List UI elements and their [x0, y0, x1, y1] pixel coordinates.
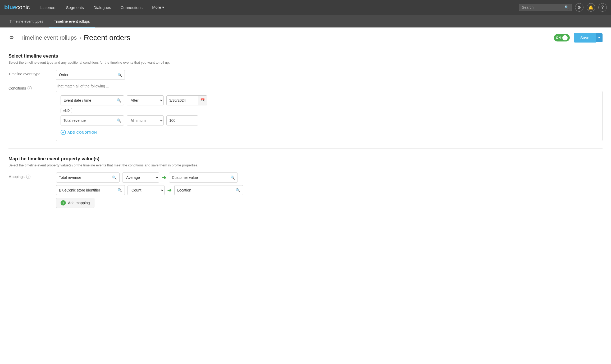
- mapping2-operator-select[interactable]: Average Sum Minimum Maximum Count First …: [127, 185, 165, 195]
- and-divider: AND: [61, 108, 598, 113]
- add-condition-plus-icon: +: [61, 130, 66, 135]
- event-type-input-wrapper: 🔍: [56, 70, 125, 80]
- condition1-field-wrapper: 🔍: [61, 95, 124, 105]
- mapping1-target-wrapper: 🔍: [169, 172, 238, 183]
- mapping1-source-search-icon: 🔍: [112, 175, 117, 180]
- search-box[interactable]: 🔍: [519, 4, 572, 11]
- mapping2-arrow-icon: ➜: [167, 187, 172, 193]
- tab-timeline-event-types[interactable]: Timeline event types: [4, 16, 49, 27]
- condition1-field-input[interactable]: [63, 98, 117, 102]
- save-dropdown-button[interactable]: ▾: [596, 33, 603, 42]
- logo-conic: conic: [16, 4, 30, 11]
- logo-blue: blue: [4, 4, 16, 11]
- event-type-row: Timeline event type 🔍: [8, 70, 603, 80]
- nav-segments[interactable]: Segments: [62, 3, 88, 12]
- section2-title: Map the timeline event property value(s): [8, 156, 603, 162]
- section-separator: [8, 148, 603, 149]
- add-mapping-label: Add mapping: [68, 201, 90, 205]
- mappings-content: 🔍 Average Sum Minimum Maximum Count Firs…: [56, 172, 603, 208]
- nav-actions: 🔍 ⚙ 🔔 ?: [519, 3, 607, 12]
- condition2-search-icon: 🔍: [117, 118, 121, 123]
- page-header: ⚭ Timeline event rollups › Recent orders…: [0, 27, 611, 47]
- add-mapping-plus-icon: +: [61, 200, 66, 206]
- mapping2-target-wrapper: 🔍: [174, 185, 243, 195]
- conditions-container: 🔍 After Before On Between 📅: [56, 91, 603, 141]
- add-mapping-button[interactable]: + Add mapping: [56, 198, 94, 208]
- help-icon[interactable]: ?: [598, 3, 607, 12]
- mapping1-source-wrapper: 🔍: [56, 172, 120, 183]
- mapping1-source-input[interactable]: [59, 175, 112, 180]
- mappings-row: Mappings i 🔍 Average Sum Minimum Maximum: [8, 172, 603, 208]
- active-toggle[interactable]: ON: [554, 34, 570, 41]
- section1-description: Select the timeline event type and any a…: [8, 60, 603, 64]
- search-input[interactable]: [522, 5, 562, 10]
- breadcrumb: ⚭ Timeline event rollups › Recent orders: [8, 33, 554, 42]
- mapping2-source-input[interactable]: [59, 188, 117, 192]
- logo[interactable]: blueconic: [4, 4, 30, 11]
- event-type-content: 🔍: [56, 70, 603, 80]
- condition1-calendar-icon[interactable]: 📅: [198, 95, 207, 105]
- nav-listeners[interactable]: Listeners: [36, 3, 61, 12]
- mapping2-source-search-icon: 🔍: [117, 188, 122, 192]
- condition1-operator-select[interactable]: After Before On Between: [127, 95, 164, 105]
- notifications-icon[interactable]: 🔔: [587, 3, 595, 12]
- nav-items: Listeners Segments Dialogues Connections…: [36, 3, 519, 12]
- event-type-input[interactable]: [59, 73, 117, 77]
- breadcrumb-arrow: ›: [79, 35, 81, 41]
- breadcrumb-parent: Timeline event rollups: [20, 34, 77, 41]
- save-button[interactable]: Save: [574, 33, 596, 43]
- event-type-search-icon: 🔍: [117, 73, 122, 77]
- condition1-date-group: 📅: [166, 95, 207, 105]
- search-icon: 🔍: [564, 5, 569, 10]
- tab-timeline-event-rollups[interactable]: Timeline event rollups: [49, 16, 95, 27]
- breadcrumb-current: Recent orders: [84, 34, 130, 42]
- event-type-label: Timeline event type: [8, 70, 56, 76]
- and-badge: AND: [61, 108, 72, 113]
- conditions-info-icon[interactable]: i: [28, 86, 32, 90]
- mappings-info-icon[interactable]: i: [26, 175, 30, 179]
- mapping1-operator-select[interactable]: Average Sum Minimum Maximum Count First …: [122, 172, 159, 183]
- conditions-row: Conditions i That match all of the follo…: [8, 84, 603, 141]
- mappings-label: Mappings i: [8, 172, 56, 179]
- mapping1-target-search-icon: 🔍: [230, 175, 235, 180]
- conditions-label: Conditions i: [8, 84, 56, 90]
- mapping1-target-input[interactable]: [172, 175, 230, 180]
- nav-dialogues[interactable]: Dialogues: [89, 3, 115, 12]
- nav-more[interactable]: More ▾: [148, 3, 168, 12]
- condition1-date-input[interactable]: [166, 95, 198, 105]
- top-navigation: blueconic Listeners Segments Dialogues C…: [0, 0, 611, 15]
- mapping2-target-input[interactable]: [177, 188, 236, 192]
- condition2-operator-select[interactable]: Minimum Maximum Equals Between: [127, 115, 164, 125]
- condition-row-2: 🔍 Minimum Maximum Equals Between: [61, 115, 598, 125]
- condition2-value-input[interactable]: [166, 115, 198, 125]
- toggle-knob: [562, 35, 568, 40]
- conditions-content: That match all of the following ... 🔍 Af…: [56, 84, 603, 141]
- condition2-field-wrapper: 🔍: [61, 115, 124, 125]
- mapping1-arrow-icon: ➜: [162, 174, 166, 181]
- toggle-label: ON: [556, 36, 561, 40]
- nav-connections[interactable]: Connections: [116, 3, 147, 12]
- main-content: Select timeline events Select the timeli…: [0, 47, 611, 218]
- mapping-row-1: 🔍 Average Sum Minimum Maximum Count Firs…: [56, 172, 603, 183]
- condition1-search-icon: 🔍: [117, 98, 121, 102]
- section1-title: Select timeline events: [8, 53, 603, 59]
- condition-row-1: 🔍 After Before On Between 📅: [61, 95, 598, 105]
- mapping2-target-search-icon: 🔍: [236, 188, 240, 192]
- save-button-group: Save ▾: [574, 33, 603, 43]
- sub-navigation: Timeline event types Timeline event roll…: [0, 15, 611, 27]
- rollup-icon: ⚭: [8, 33, 15, 42]
- add-condition-button[interactable]: + ADD CONDITION: [61, 128, 97, 137]
- mapping-row-2: 🔍 Average Sum Minimum Maximum Count Firs…: [56, 185, 603, 195]
- page-content: ⚭ Timeline event rollups › Recent orders…: [0, 27, 611, 364]
- add-condition-label: ADD CONDITION: [67, 130, 97, 134]
- condition2-field-input[interactable]: [63, 118, 117, 123]
- header-right: ON Save ▾: [554, 33, 603, 43]
- section2-description: Select the timeline event property value…: [8, 163, 603, 167]
- conditions-match-text: That match all of the following ...: [56, 84, 603, 88]
- mapping2-source-wrapper: 🔍: [56, 185, 125, 195]
- settings-icon[interactable]: ⚙: [575, 3, 583, 12]
